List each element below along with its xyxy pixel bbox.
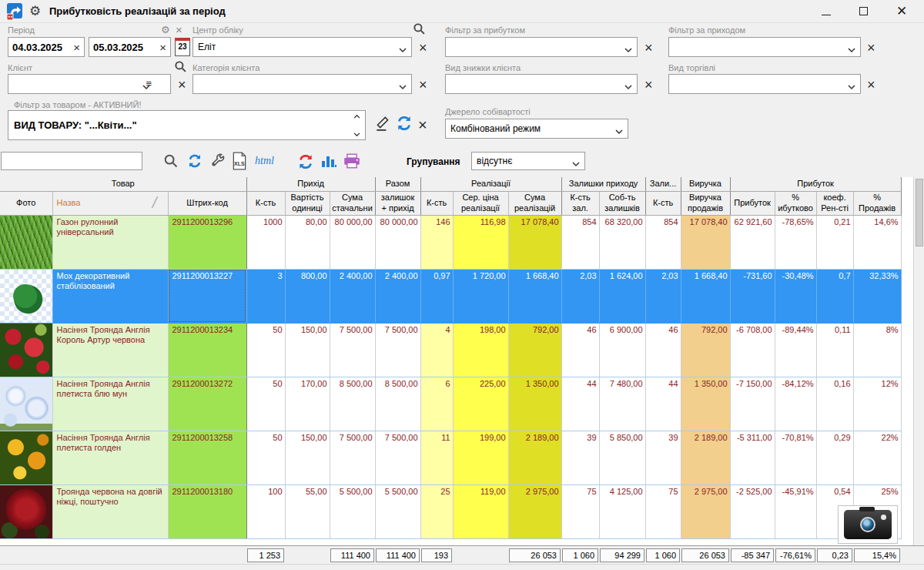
cell-cost-rem[interactable]: 6 900,00 xyxy=(599,323,645,377)
html-icon[interactable]: html xyxy=(255,155,274,167)
group-header[interactable]: Виручка xyxy=(681,177,730,191)
column-header-photo[interactable]: Фото xyxy=(0,191,52,215)
cell-avg-price[interactable]: 116,98 xyxy=(453,215,508,269)
wrench-icon[interactable] xyxy=(210,153,226,172)
cost-source-combobox[interactable]: Комбінований режим xyxy=(445,119,628,139)
discount-type-combobox[interactable] xyxy=(445,74,638,94)
cell-qty-rem2[interactable]: 75 xyxy=(645,484,681,538)
cell-unit-cost[interactable]: 150,00 xyxy=(285,323,330,377)
column-header-revenue[interactable]: Виручка продажів xyxy=(681,191,730,215)
group-header[interactable]: Зали... xyxy=(645,177,681,191)
group-header[interactable]: Товар xyxy=(0,177,246,191)
cell-qty-rem2[interactable]: 46 xyxy=(645,323,681,377)
cell-barcode[interactable]: 2911200013272 xyxy=(168,377,246,431)
cell-qty-rem[interactable]: 44 xyxy=(561,377,599,431)
vertical-scrollbar[interactable] xyxy=(913,177,924,545)
cell-unit-cost[interactable]: 170,00 xyxy=(285,377,330,431)
search-icon[interactable] xyxy=(163,153,179,172)
period-clear-icon[interactable]: × xyxy=(176,24,182,35)
group-header[interactable]: Прихід xyxy=(246,177,375,191)
cell-photo[interactable] xyxy=(0,215,52,269)
cell-barcode[interactable]: 2911200013227 xyxy=(168,269,246,323)
table-row[interactable]: Насіння Троянда Англія плетиста голден29… xyxy=(0,431,901,484)
cell-name[interactable]: Насіння Троянда Англія плетиста голден xyxy=(52,431,168,484)
settings-gear-icon[interactable]: ⚙ xyxy=(29,2,41,21)
camera-button[interactable] xyxy=(838,505,898,544)
column-header-profit[interactable]: Прибуток xyxy=(730,191,775,215)
cell-profit-pct[interactable]: -30,48% xyxy=(775,269,816,323)
cell-rem-plus-in[interactable]: 2 400,00 xyxy=(375,269,420,323)
cell-profit[interactable]: 62 921,60 xyxy=(730,215,775,269)
search-input[interactable] xyxy=(1,152,142,170)
cell-avg-price[interactable]: 1 720,00 xyxy=(453,269,508,323)
cell-rent-coef[interactable]: 0,11 xyxy=(816,323,853,377)
printer-icon[interactable] xyxy=(343,153,360,172)
cell-sum-sold[interactable]: 17 078,40 xyxy=(508,215,561,269)
period-from-input[interactable]: 04.03.2025 × xyxy=(8,37,85,57)
xls-icon[interactable]: XLS xyxy=(232,152,247,173)
cell-avg-price[interactable]: 199,00 xyxy=(453,431,508,484)
cell-qty-rem2[interactable]: 2,03 xyxy=(645,269,681,323)
cell-revenue[interactable]: 2 189,00 xyxy=(681,431,730,484)
column-header-name[interactable]: Назва/ xyxy=(52,191,168,215)
period-from-clear-icon[interactable]: × xyxy=(73,42,80,53)
cell-qty-rem2[interactable]: 854 xyxy=(645,215,681,269)
cell-profit-pct[interactable]: -89,44% xyxy=(775,323,816,377)
cell-sum-in[interactable]: 7 500,00 xyxy=(330,431,375,484)
center-combobox[interactable]: Еліт xyxy=(192,37,412,57)
column-header-rent-coef[interactable]: коеф. Рен-сті xyxy=(816,191,853,215)
cell-qty-in[interactable]: 1000 xyxy=(246,215,285,269)
cell-revenue[interactable]: 17 078,40 xyxy=(681,215,730,269)
period-to-input[interactable]: 05.03.2025 × xyxy=(89,37,171,57)
chart-icon[interactable] xyxy=(321,154,336,171)
cell-qty-rem[interactable]: 75 xyxy=(561,484,599,538)
column-header-avg-price[interactable]: Сер. ціна реалізації xyxy=(453,191,508,215)
cell-qty-rem[interactable]: 2,03 xyxy=(561,269,599,323)
column-header-barcode[interactable]: Штрих-код xyxy=(168,191,246,215)
group-header[interactable]: Прибуток xyxy=(730,177,901,191)
cell-photo[interactable] xyxy=(0,484,52,538)
cell-rent-coef[interactable]: 0,21 xyxy=(816,215,853,269)
column-header-qty-rem2[interactable]: К-сть xyxy=(645,191,681,215)
scrollbar-thumb[interactable] xyxy=(916,179,923,246)
cell-sum-in[interactable]: 80 000,00 xyxy=(330,215,375,269)
cell-revenue[interactable]: 1 350,00 xyxy=(681,377,730,431)
cell-avg-price[interactable]: 225,00 xyxy=(453,377,508,431)
cell-sales-pct[interactable]: 8% xyxy=(853,323,901,377)
column-header-profit-pct[interactable]: % ибутково xyxy=(775,191,816,215)
cell-revenue[interactable]: 2 975,00 xyxy=(681,484,730,538)
table-row[interactable]: Мох декоративний стабілізований291120001… xyxy=(0,269,901,323)
cell-unit-cost[interactable]: 80,00 xyxy=(285,215,330,269)
client-clear-icon[interactable]: × xyxy=(178,78,186,92)
cell-photo[interactable] xyxy=(0,323,52,377)
cell-cost-rem[interactable]: 1 624,00 xyxy=(599,269,645,323)
cell-sales-pct[interactable]: 12% xyxy=(853,377,901,431)
cell-qty-in[interactable]: 100 xyxy=(246,484,285,538)
column-header-qty-in[interactable]: К-сть xyxy=(246,191,285,215)
column-header-unit-cost[interactable]: Вартість одиниці xyxy=(285,191,330,215)
client-search-icon[interactable] xyxy=(174,60,187,76)
cell-sales-pct[interactable]: 22% xyxy=(853,431,901,484)
cell-unit-cost[interactable]: 55,00 xyxy=(285,484,330,538)
cell-sum-sold[interactable]: 2 975,00 xyxy=(508,484,561,538)
cell-qty-sold[interactable]: 25 xyxy=(420,484,453,538)
client-category-combobox[interactable] xyxy=(192,74,412,94)
cell-avg-price[interactable]: 198,00 xyxy=(453,323,508,377)
cell-rent-coef[interactable]: 0,7 xyxy=(816,269,853,323)
cell-profit-pct[interactable]: -84,12% xyxy=(775,377,816,431)
cell-cost-rem[interactable]: 5 850,00 xyxy=(599,431,645,484)
cell-profit[interactable]: -5 311,00 xyxy=(730,431,775,484)
cell-qty-sold[interactable]: 6 xyxy=(420,377,453,431)
edit-pencil-icon[interactable] xyxy=(374,114,391,134)
column-header-qty-rem[interactable]: К-сть зал. xyxy=(561,191,599,215)
cell-cost-rem[interactable]: 4 125,00 xyxy=(599,484,645,538)
cell-profit[interactable]: -7 150,00 xyxy=(730,377,775,431)
cell-rent-coef[interactable]: 0,29 xyxy=(816,431,853,484)
table-row[interactable]: Троянда червона на довгій ніжці, поштучн… xyxy=(0,484,901,538)
period-to-clear-icon[interactable]: × xyxy=(159,42,166,53)
cell-rem-plus-in[interactable]: 7 500,00 xyxy=(375,431,420,484)
cell-profit[interactable]: -2 525,00 xyxy=(730,484,775,538)
discount-type-clear-icon[interactable]: × xyxy=(644,78,653,92)
calendar-button[interactable]: 23 xyxy=(175,38,190,56)
cell-rem-plus-in[interactable]: 8 500,00 xyxy=(375,377,420,431)
